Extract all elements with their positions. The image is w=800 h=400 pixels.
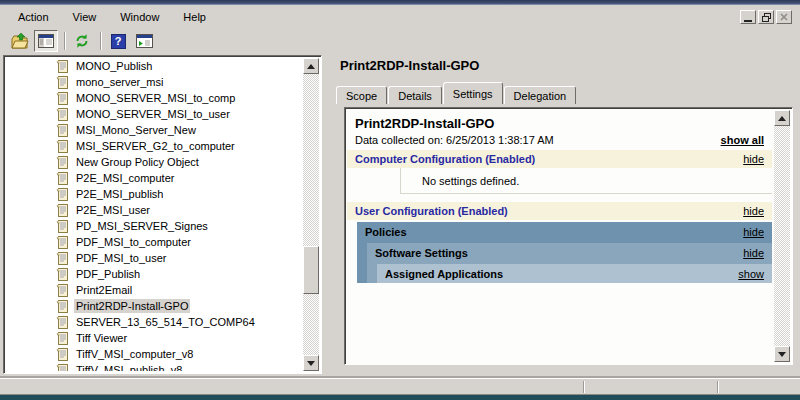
gpo-scroll-icon bbox=[56, 92, 69, 105]
window-title-strip bbox=[0, 0, 800, 5]
tree-item-gpo[interactable]: MONO_SERVER_MSI_to_comp bbox=[6, 90, 303, 106]
software-settings-hide-link[interactable]: hide bbox=[743, 247, 764, 259]
export-list-button[interactable] bbox=[8, 30, 32, 52]
minimize-icon bbox=[744, 20, 752, 22]
tree-item-gpo[interactable]: New Group Policy Object bbox=[6, 154, 303, 170]
tree-item-gpo[interactable]: Print2Email bbox=[6, 282, 303, 298]
gpo-scroll-icon bbox=[56, 172, 69, 185]
gpo-tab[interactable]: Settings bbox=[443, 82, 503, 104]
gpo-name-label: TiffV_MSI_computer_v8 bbox=[74, 347, 195, 361]
help-button[interactable]: ? bbox=[106, 30, 130, 52]
tree-item-gpo[interactable]: MONO_Publish bbox=[6, 58, 303, 74]
tree-item-gpo[interactable]: SERVER_13_65_514_TO_COMP64 bbox=[6, 314, 303, 330]
minimize-button[interactable] bbox=[740, 10, 756, 24]
user-configuration-hide-link[interactable]: hide bbox=[743, 205, 764, 217]
gpo-name-label: SERVER_13_65_514_TO_COMP64 bbox=[74, 315, 257, 329]
report-vertical-scrollbar[interactable] bbox=[774, 110, 790, 362]
gpo-scroll-icon bbox=[56, 300, 69, 313]
gpo-name-label: PD_MSI_SERVER_Signes bbox=[74, 219, 210, 233]
gpo-name-label: MONO_Publish bbox=[74, 59, 154, 73]
software-settings-heading: Software Settings bbox=[375, 247, 743, 259]
tree-item-gpo[interactable]: P2E_MSI_publish bbox=[6, 186, 303, 202]
gpo-tab[interactable]: Delegation bbox=[504, 86, 577, 104]
restore-button[interactable] bbox=[758, 10, 774, 24]
gpo-name-label: P2E_MSI_computer bbox=[74, 171, 176, 185]
gpo-name-label: Tiff Viewer bbox=[74, 331, 129, 345]
export-list-icon bbox=[11, 33, 29, 49]
gpo-scroll-icon bbox=[56, 60, 69, 73]
gpo-tab-label: Settings bbox=[453, 88, 493, 100]
gpo-name-label: New Group Policy Object bbox=[74, 155, 201, 169]
help-icon: ? bbox=[111, 34, 126, 49]
user-configuration-band: User Configuration (Enabled) hide bbox=[347, 202, 772, 220]
scroll-down-arrow[interactable] bbox=[774, 346, 790, 362]
gpo-name-label: TiffV_MSI_publish_v8 bbox=[74, 363, 184, 371]
gpo-tabs: Scope Details Settings Delegation bbox=[336, 82, 791, 104]
tree-item-gpo[interactable]: TiffV_MSI_publish_v8 bbox=[6, 362, 303, 371]
no-settings-text: No settings defined. bbox=[422, 175, 519, 187]
gpo-name-label: P2E_MSI_publish bbox=[74, 187, 165, 201]
show-all-link[interactable]: show all bbox=[721, 134, 764, 146]
policies-band: Policies hide bbox=[357, 222, 772, 241]
data-collected-text: Data collected on: 6/25/2013 1:38:17 AM bbox=[355, 134, 721, 146]
show-console-tree-button[interactable] bbox=[34, 30, 58, 52]
user-configuration-heading: User Configuration (Enabled) bbox=[355, 205, 743, 217]
software-settings-band: Software Settings hide bbox=[367, 243, 772, 262]
policies-hide-link[interactable]: hide bbox=[743, 226, 764, 238]
tree-item-gpo[interactable]: Tiff Viewer bbox=[6, 330, 303, 346]
tree-item-gpo[interactable]: Print2RDP-Install-GPO bbox=[6, 298, 303, 314]
gpo-scroll-icon bbox=[56, 348, 69, 361]
scrollbar-thumb[interactable] bbox=[303, 246, 319, 294]
show-console-tree-icon bbox=[38, 34, 54, 48]
tree-item-gpo[interactable]: PDF_MSI_to_computer bbox=[6, 234, 303, 250]
menu-item-label: Action bbox=[18, 11, 49, 23]
refresh-icon bbox=[74, 33, 90, 49]
tree-vertical-scrollbar[interactable] bbox=[303, 58, 319, 371]
scroll-down-arrow[interactable] bbox=[303, 355, 319, 371]
gpo-scroll-icon bbox=[56, 108, 69, 121]
tree-item-gpo[interactable]: MSI_Mono_Server_New bbox=[6, 122, 303, 138]
tree-item-gpo[interactable]: PDF_Publish bbox=[6, 266, 303, 282]
tree-item-gpo[interactable]: P2E_MSI_computer bbox=[6, 170, 303, 186]
tree-item-gpo[interactable]: MSI_SERVER_G2_to_computer bbox=[6, 138, 303, 154]
tree-item-gpo[interactable]: TiffV_MSI_computer_v8 bbox=[6, 346, 303, 362]
gpo-scroll-icon bbox=[56, 156, 69, 169]
gpo-name-label: PDF_Publish bbox=[74, 267, 142, 281]
refresh-button[interactable] bbox=[70, 30, 94, 52]
gpo-scroll-icon bbox=[56, 220, 69, 233]
gpo-scroll-icon bbox=[56, 268, 69, 281]
new-window-button[interactable] bbox=[132, 30, 156, 52]
gpo-name-label: MONO_SERVER_MSI_to_user bbox=[74, 107, 232, 121]
settings-report: Print2RDP-Install-GPO Data collected on:… bbox=[344, 107, 793, 365]
tree-item-gpo[interactable]: PD_MSI_SERVER_Signes bbox=[6, 218, 303, 234]
menu-item[interactable]: Window bbox=[112, 8, 167, 26]
gpo-name-label: mono_server_msi bbox=[74, 75, 165, 89]
tree-item-gpo[interactable]: MONO_SERVER_MSI_to_user bbox=[6, 106, 303, 122]
tree-item-gpo[interactable]: mono_server_msi bbox=[6, 74, 303, 90]
gpo-list: MONO_Publish mono_server_msi bbox=[6, 58, 303, 371]
computer-configuration-heading: Computer Configuration (Enabled) bbox=[355, 153, 743, 165]
gpo-scroll-icon bbox=[56, 188, 69, 201]
tree-item-gpo[interactable]: PDF_MSI_to_user bbox=[6, 250, 303, 266]
gpo-scroll-icon bbox=[56, 364, 69, 372]
tree-item-gpo[interactable]: P2E_MSI_user bbox=[6, 202, 303, 218]
scroll-up-arrow[interactable] bbox=[303, 58, 319, 74]
menu-item[interactable]: Help bbox=[175, 8, 214, 26]
gpo-tree-panel: MONO_Publish mono_server_msi bbox=[3, 55, 322, 374]
menu-item-label: Help bbox=[183, 11, 206, 23]
gpo-name-label: P2E_MSI_user bbox=[74, 203, 152, 217]
computer-configuration-hide-link[interactable]: hide bbox=[743, 153, 764, 165]
new-window-icon bbox=[136, 34, 153, 48]
menu-item[interactable]: View bbox=[65, 8, 105, 26]
menu-item[interactable]: Action bbox=[10, 8, 57, 26]
toolbar: ? bbox=[0, 28, 800, 54]
gpo-tab-label: Details bbox=[398, 90, 432, 102]
close-button[interactable] bbox=[776, 10, 792, 24]
gpo-tab[interactable]: Details bbox=[388, 86, 442, 104]
assigned-applications-show-link[interactable]: show bbox=[738, 268, 764, 280]
gpo-pane-title: Print2RDP-Install-GPO bbox=[330, 55, 797, 73]
scroll-up-arrow[interactable] bbox=[774, 110, 790, 126]
gpo-tab[interactable]: Scope bbox=[336, 86, 387, 104]
no-settings-row: No settings defined. bbox=[400, 168, 772, 194]
gpo-name-label: MSI_SERVER_G2_to_computer bbox=[74, 139, 237, 153]
